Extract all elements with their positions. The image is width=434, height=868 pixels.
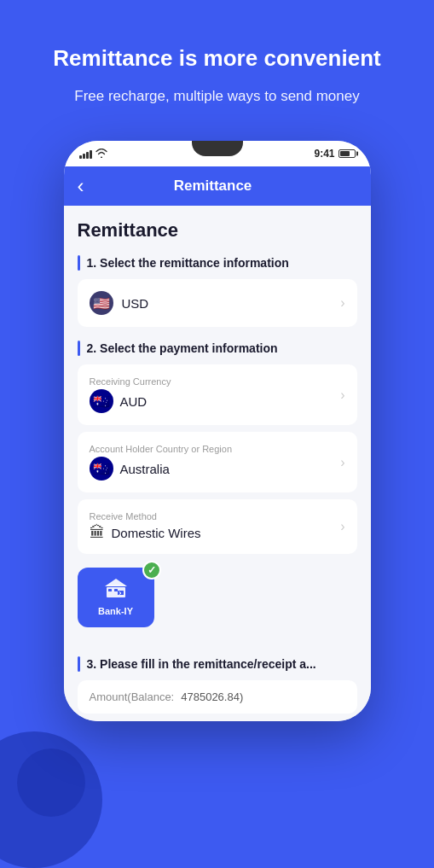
amount-label: Amount(Balance: — [90, 690, 175, 703]
chevron-right-icon-3: › — [340, 455, 344, 470]
check-badge: ✓ — [142, 561, 161, 580]
account-holder-card[interactable]: Account Holder Country or Region 🇦🇺 Aust… — [78, 432, 357, 492]
section-2: 2. Select the payment information Receiv… — [78, 341, 357, 643]
receive-method-row[interactable]: Receive Method 🏛 Domestic Wires › — [78, 499, 357, 554]
australia-label: Australia — [120, 462, 170, 476]
section-3-card: Amount(Balance: 4785026.84) — [78, 680, 357, 714]
section-3-header: 3. Please fill in the remittance/receipt… — [78, 656, 357, 672]
chevron-right-icon-4: › — [340, 519, 344, 534]
svg-rect-1 — [108, 589, 112, 591]
bank-card-label: Bank-IY — [98, 606, 133, 616]
notch — [188, 141, 247, 160]
hero-title: Remittance is more convenient — [51, 44, 383, 73]
svg-rect-2 — [114, 589, 118, 591]
notch-inner — [192, 141, 243, 156]
australia-flag: 🇦🇺 — [90, 457, 113, 481]
status-right: 9:41 — [314, 148, 355, 160]
decor-circle-right — [17, 749, 85, 817]
status-bar: 9:41 — [64, 141, 371, 166]
section-2-header: 2. Select the payment information — [78, 341, 357, 356]
account-holder-row[interactable]: Account Holder Country or Region 🇦🇺 Aust… — [78, 432, 357, 492]
time-display: 9:41 — [314, 148, 334, 160]
phone-wrapper: 9:41 ‹ Remittance Remittance 1. Select t — [0, 141, 434, 721]
content-inner: Remittance 1. Select the remittance info… — [64, 206, 371, 721]
section-1-header: 1. Select the remittance information — [78, 255, 357, 271]
hero-subtitle: Free recharge, multiple ways to send mon… — [51, 85, 383, 108]
status-left — [79, 149, 107, 160]
page-title: Remittance — [78, 219, 357, 242]
receiving-currency-card[interactable]: Receiving Currency 🇦🇺 AUD › — [78, 364, 357, 425]
hero-section: Remittance is more convenient Free recha… — [0, 0, 434, 132]
amount-value: 4785026.84) — [181, 690, 243, 703]
section-1-title: 1. Select the remittance information — [87, 256, 289, 270]
section-3-indicator — [78, 656, 80, 672]
receiving-currency-row[interactable]: Receiving Currency 🇦🇺 AUD › — [78, 364, 357, 425]
section-2-indicator — [78, 341, 80, 356]
nav-title: Remittance — [95, 178, 332, 195]
section-3-title: 3. Please fill in the remittance/receipt… — [87, 657, 316, 671]
chevron-right-icon-2: › — [340, 387, 344, 403]
currency-row[interactable]: 🇺🇸 USD › — [78, 279, 357, 327]
receive-method-sublabel: Receive Method — [90, 511, 341, 521]
nav-bar: ‹ Remittance — [64, 166, 371, 206]
section-1-card[interactable]: 🇺🇸 USD › — [78, 279, 357, 327]
svg-rect-4 — [107, 585, 125, 586]
chevron-right-icon: › — [340, 295, 344, 311]
domestic-wires-label: Domestic Wires — [112, 526, 201, 540]
phone-mockup: 9:41 ‹ Remittance Remittance 1. Select t — [64, 141, 371, 721]
section-2-title: 2. Select the payment information — [87, 341, 278, 355]
section-3: 3. Please fill in the remittance/receipt… — [78, 656, 357, 714]
receiving-currency-sublabel: Receiving Currency — [90, 376, 341, 387]
back-button[interactable]: ‹ — [78, 174, 84, 198]
currency-label: USD — [122, 296, 149, 311]
wifi-icon — [95, 149, 107, 160]
bank-card-icon — [105, 579, 127, 603]
usd-flag: 🇺🇸 — [90, 291, 113, 315]
aud-label: AUD — [120, 394, 148, 409]
battery-icon — [339, 149, 356, 158]
section-1-indicator — [78, 255, 80, 271]
amount-row: Amount(Balance: 4785026.84) — [90, 690, 345, 703]
bank-icon: 🏛 — [90, 524, 105, 542]
section-1: 1. Select the remittance information 🇺🇸 … — [78, 255, 357, 327]
receive-method-card[interactable]: Receive Method 🏛 Domestic Wires › — [78, 499, 357, 554]
signal-icon — [79, 149, 92, 159]
content-area: Remittance 1. Select the remittance info… — [64, 206, 371, 721]
account-holder-sublabel: Account Holder Country or Region — [90, 444, 341, 454]
bank-iy-card[interactable]: ✓ — [78, 568, 154, 627]
aud-flag: 🇦🇺 — [90, 389, 113, 413]
bank-card-area: ✓ — [78, 561, 357, 643]
